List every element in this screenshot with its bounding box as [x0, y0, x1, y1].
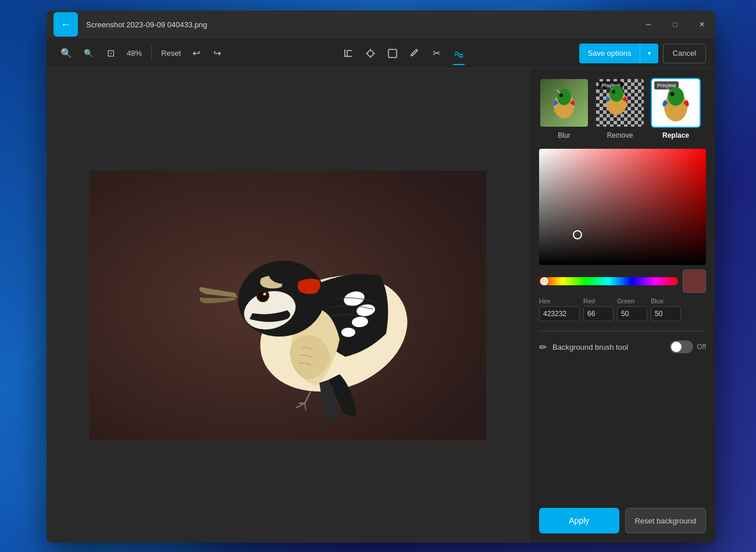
image-container [90, 171, 486, 440]
hue-slider[interactable] [539, 277, 678, 285]
brush-tool-row: ✏ Background brush tool Off [539, 340, 706, 353]
svg-point-0 [368, 51, 373, 56]
erase-button[interactable]: ✂ [426, 43, 447, 64]
undo-button[interactable]: ↩ [186, 43, 206, 64]
content-area: Blur Preview [47, 69, 715, 543]
minimize-button[interactable]: ─ [635, 10, 662, 38]
crop-tool-button[interactable] [338, 43, 359, 64]
draw-button[interactable] [404, 43, 425, 64]
blur-label: Blur [558, 131, 570, 139]
svg-point-14 [263, 293, 266, 296]
green-input-group: Green [617, 297, 647, 321]
reset-button[interactable]: Reset [156, 46, 186, 60]
edit-tools: ✂ [338, 43, 469, 64]
green-input[interactable] [617, 306, 647, 321]
filename-label: Screenshot 2023-09-09 040433.png [86, 20, 207, 29]
color-picker: Hex Red Green Blue [539, 149, 706, 321]
replace-option[interactable]: Preview Replace [651, 78, 701, 139]
color-gradient-canvas[interactable] [539, 149, 706, 265]
blur-parrot-icon [544, 83, 584, 123]
toolbar-actions: Save options ▾ Cancel [579, 44, 706, 63]
blue-label: Blue [651, 297, 681, 304]
brush-tool-label: Background brush tool [552, 343, 664, 352]
zoom-out-button[interactable]: 🔍 [78, 43, 99, 64]
zoom-controls: 🔍 🔍 ⊡ 48% [56, 43, 147, 64]
fit-button[interactable]: ⊡ [100, 43, 121, 64]
main-window: ← Screenshot 2023-09-09 040433.png ─ □ ✕… [47, 10, 715, 543]
remove-parrot-icon [596, 79, 637, 120]
panel-divider [539, 331, 706, 331]
reset-background-button[interactable]: Reset background [625, 508, 707, 533]
svg-point-9 [341, 328, 355, 337]
adjust-button[interactable] [360, 43, 381, 64]
svg-point-17 [559, 94, 563, 97]
background-tool-button[interactable] [448, 43, 469, 64]
cancel-button[interactable]: Cancel [663, 44, 706, 63]
close-button[interactable]: ✕ [689, 10, 715, 38]
hex-label: Hex [539, 297, 580, 304]
toolbar: 🔍 🔍 ⊡ 48% Reset ↩ ↪ [47, 38, 715, 69]
brush-icon: ✏ [539, 342, 547, 353]
brush-toggle-state: Off [697, 343, 706, 351]
back-button[interactable]: ← [54, 12, 78, 37]
blur-option[interactable]: Blur [539, 78, 589, 139]
window-controls: ─ □ ✕ [635, 10, 715, 38]
blue-input[interactable] [651, 306, 681, 321]
blur-thumb [539, 78, 589, 128]
save-options-label: Save options [579, 49, 639, 58]
hue-thumb [540, 277, 548, 285]
toolbar-divider-1 [151, 45, 152, 62]
remove-thumb: Preview [595, 78, 645, 128]
remove-option[interactable]: Preview Remove [595, 78, 645, 139]
svg-rect-1 [388, 49, 397, 58]
canvas-area [47, 69, 529, 543]
red-input[interactable] [583, 306, 614, 321]
background-mode-options: Blur Preview [539, 78, 706, 139]
remove-label: Remove [607, 131, 633, 139]
back-icon: ← [60, 19, 71, 31]
zoom-in-button[interactable]: 🔍 [56, 43, 77, 64]
maximize-button[interactable]: □ [662, 10, 689, 38]
svg-point-20 [612, 90, 615, 94]
save-options-arrow-icon: ▾ [640, 44, 658, 63]
toggle-thumb [671, 342, 682, 352]
right-panel: Blur Preview [529, 69, 715, 543]
replace-thumb: Preview [651, 78, 701, 128]
color-swatch [683, 270, 706, 293]
replace-parrot-icon [652, 79, 700, 127]
blue-input-group: Blue [651, 297, 681, 321]
apply-button[interactable]: Apply [539, 508, 619, 533]
color-cursor [573, 230, 582, 239]
brush-tool-toggle[interactable] [670, 340, 693, 353]
brush-toggle-container: Off [670, 340, 706, 353]
green-label: Green [617, 297, 647, 304]
frame-button[interactable] [382, 43, 403, 64]
redo-button[interactable]: ↪ [206, 43, 227, 64]
replace-label: Replace [662, 131, 689, 139]
svg-point-23 [671, 92, 675, 96]
titlebar: ← Screenshot 2023-09-09 040433.png ─ □ ✕ [47, 10, 715, 38]
hue-slider-row [539, 270, 706, 293]
color-inputs: Hex Red Green Blue [539, 297, 706, 321]
action-buttons: Apply Reset background [539, 508, 706, 533]
svg-point-13 [258, 291, 268, 300]
red-input-group: Red [583, 297, 614, 321]
bird-image [90, 171, 486, 440]
hex-input-group: Hex [539, 297, 580, 321]
red-label: Red [583, 297, 614, 304]
hex-input[interactable] [539, 306, 580, 321]
zoom-level: 48% [122, 49, 147, 58]
save-options-button[interactable]: Save options ▾ [579, 44, 658, 63]
